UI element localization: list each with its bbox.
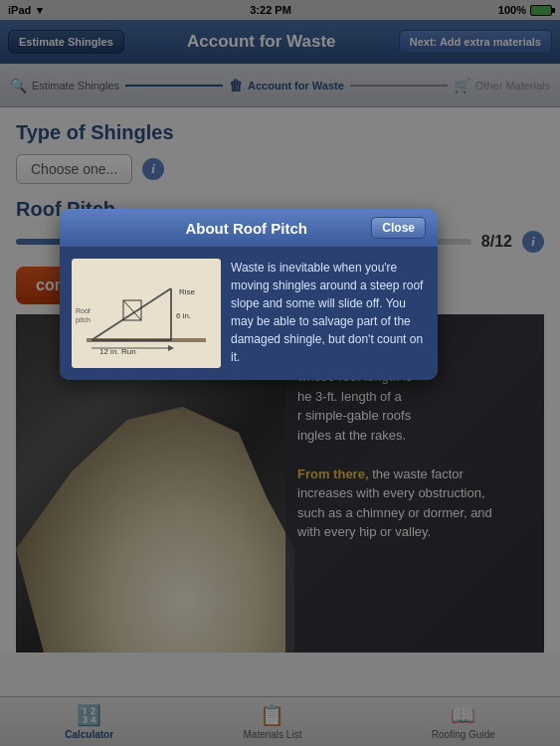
svg-text:6 in.: 6 in.: [176, 311, 191, 320]
modal-body: 12 in. 6 in. Rise Run Roof pitch Waste i…: [60, 247, 438, 380]
svg-rect-0: [72, 259, 221, 368]
modal-close-button[interactable]: Close: [371, 217, 426, 239]
roof-pitch-svg: 12 in. 6 in. Rise Run Roof pitch: [72, 259, 221, 368]
modal-about-roof-pitch: About Roof Pitch Close: [60, 209, 438, 380]
modal-body-text: Waste is inevitable when you're moving s…: [231, 259, 426, 368]
modal-diagram: 12 in. 6 in. Rise Run Roof pitch: [72, 259, 221, 368]
svg-text:Roof: Roof: [76, 307, 91, 314]
modal-title: About Roof Pitch: [121, 220, 371, 237]
modal-backdrop[interactable]: About Roof Pitch Close: [0, 0, 560, 746]
svg-text:pitch: pitch: [76, 316, 91, 324]
svg-text:Rise: Rise: [179, 287, 196, 296]
modal-header: About Roof Pitch Close: [60, 209, 438, 247]
